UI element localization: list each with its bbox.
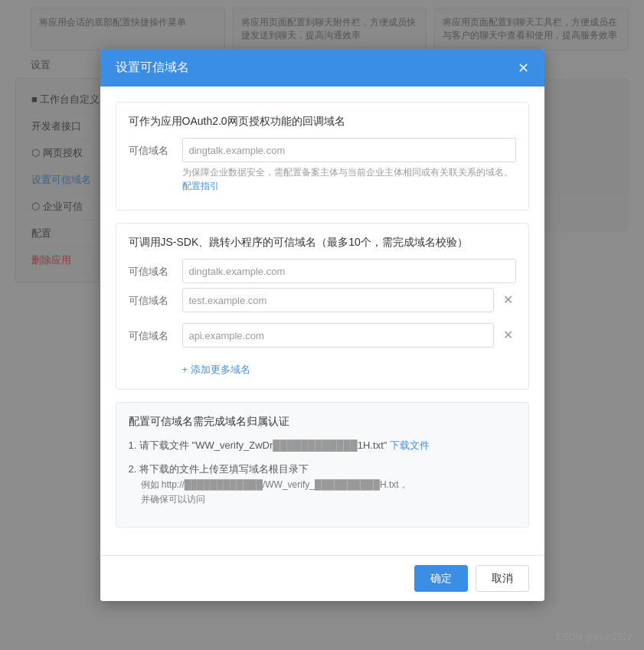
verify-section-title: 配置可信域名需完成域名归属认证 [129,415,516,429]
oauth-hint-link[interactable]: 配置指引 [182,181,219,191]
jssdk-third-row: 可信域名 ✕ [129,323,516,354]
oauth-domain-input[interactable] [182,138,516,162]
confirm-button[interactable]: 确定 [414,565,468,592]
delete-domain-button-3[interactable]: ✕ [500,329,516,341]
jssdk-field-wrap-2: ✕ [182,288,516,318]
modal-body: 可作为应用OAuth2.0网页授权功能的回调域名 可信域名 为保障企业数据安全，… [100,87,544,555]
verify-section: 配置可信域名需完成域名归属认证 1. 请下载文件 "WW_verify_ZwDr… [116,402,529,528]
oauth-label: 可信域名 [129,138,182,158]
jssdk-field-wrap-3: ✕ [182,323,516,354]
modal-title: 设置可信域名 [116,60,189,76]
modal-header: 设置可信域名 ✕ [100,49,544,87]
oauth-field-wrap: 为保障企业数据安全，需配置备案主体与当前企业主体相同或有关联关系的域名。 配置指… [182,138,516,193]
jssdk-section: 可调用JS-SDK、跳转小程序的可信域名（最多10个，需完成域名校验） 可信域名… [116,223,529,390]
page-background: 将应用会话的底部配置快捷操作菜单 将应用页面配置到聊天附件栏，方便成员快捷发送到… [0,0,644,650]
modal-dialog: 设置可信域名 ✕ 可作为应用OAuth2.0网页授权功能的回调域名 可信域名 为… [100,49,544,601]
jssdk-input-delete-row-2: ✕ [182,288,516,312]
jssdk-label-1: 可信域名 [129,259,182,279]
add-more-domains-link[interactable]: + 添加更多域名 [182,363,250,377]
oauth-section: 可作为应用OAuth2.0网页授权功能的回调域名 可信域名 为保障企业数据安全，… [116,102,529,211]
modal-close-button[interactable]: ✕ [518,61,529,75]
jssdk-domain-input-3[interactable] [182,323,494,348]
jssdk-domain-input-2[interactable] [182,288,494,312]
jssdk-field-wrap-1 [182,259,516,283]
jssdk-label-3: 可信域名 [129,323,182,343]
oauth-section-desc: 可作为应用OAuth2.0网页授权功能的回调域名 [129,115,516,129]
download-file-link[interactable]: 下载文件 [390,439,430,451]
add-more-wrap: + 添加更多域名 [129,358,516,377]
verify-step-2-sub: 例如 http://████████████/WW_verify_███████… [129,478,516,492]
jssdk-first-row: 可信域名 [129,259,516,283]
verify-step-1: 1. 请下载文件 "WW_verify_ZwDr████████████1H.t… [129,438,516,454]
jssdk-input-delete-row-3: ✕ [182,323,516,348]
jssdk-second-row: 可信域名 ✕ [129,288,516,318]
modal-footer: 确定 取消 [100,555,544,601]
cancel-button[interactable]: 取消 [476,565,529,592]
jssdk-label-2: 可信域名 [129,288,182,308]
oauth-hint: 为保障企业数据安全，需配置备案主体与当前企业主体相同或有关联关系的域名。 配置指… [182,165,516,193]
oauth-form-row: 可信域名 为保障企业数据安全，需配置备案主体与当前企业主体相同或有关联关系的域名… [129,138,516,193]
delete-domain-button-2[interactable]: ✕ [500,294,516,306]
jssdk-domain-input-1[interactable] [182,259,516,283]
modal-overlay: 设置可信域名 ✕ 可作为应用OAuth2.0网页授权功能的回调域名 可信域名 为… [0,0,644,650]
verify-step-2: 2. 将下载的文件上传至填写域名根目录下 例如 http://█████████… [129,462,516,507]
verify-step-2-confirm: 并确保可以访问 [129,492,516,507]
csdn-watermark: CSDN @tnan2522 [556,632,633,642]
jssdk-section-desc: 可调用JS-SDK、跳转小程序的可信域名（最多10个，需完成域名校验） [129,236,516,250]
